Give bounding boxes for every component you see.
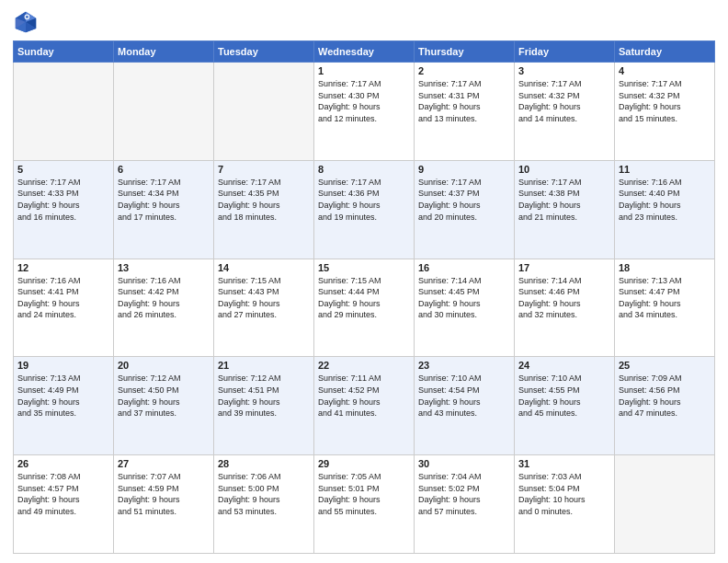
calendar-cell: 2Sunrise: 7:17 AM Sunset: 4:31 PM Daylig… xyxy=(415,63,515,161)
calendar-table: SundayMondayTuesdayWednesdayThursdayFrid… xyxy=(13,40,715,554)
calendar-cell: 15Sunrise: 7:15 AM Sunset: 4:44 PM Dayli… xyxy=(314,259,415,357)
day-info: Sunrise: 7:03 AM Sunset: 5:04 PM Dayligh… xyxy=(518,471,610,517)
day-info: Sunrise: 7:16 AM Sunset: 4:41 PM Dayligh… xyxy=(17,275,109,321)
logo xyxy=(13,9,42,35)
day-info: Sunrise: 7:17 AM Sunset: 4:36 PM Dayligh… xyxy=(318,177,410,223)
weekday-header-tuesday: Tuesday xyxy=(214,41,314,63)
day-info: Sunrise: 7:17 AM Sunset: 4:34 PM Dayligh… xyxy=(118,177,210,223)
calendar-cell: 30Sunrise: 7:04 AM Sunset: 5:02 PM Dayli… xyxy=(415,455,515,554)
calendar-cell: 31Sunrise: 7:03 AM Sunset: 5:04 PM Dayli… xyxy=(515,455,615,554)
day-number: 9 xyxy=(418,164,510,175)
calendar-cell: 14Sunrise: 7:15 AM Sunset: 4:43 PM Dayli… xyxy=(214,259,314,357)
day-number: 18 xyxy=(619,262,711,273)
day-info: Sunrise: 7:17 AM Sunset: 4:32 PM Dayligh… xyxy=(619,78,711,124)
calendar-cell: 27Sunrise: 7:07 AM Sunset: 4:59 PM Dayli… xyxy=(114,455,214,554)
day-number: 23 xyxy=(418,360,510,371)
day-number: 16 xyxy=(418,262,510,273)
day-number: 27 xyxy=(118,458,210,469)
calendar-cell: 22Sunrise: 7:11 AM Sunset: 4:52 PM Dayli… xyxy=(314,357,415,455)
weekday-header-friday: Friday xyxy=(515,41,615,63)
day-info: Sunrise: 7:17 AM Sunset: 4:35 PM Dayligh… xyxy=(218,177,310,223)
calendar-cell: 26Sunrise: 7:08 AM Sunset: 4:57 PM Dayli… xyxy=(14,455,114,554)
svg-point-8 xyxy=(26,16,28,18)
weekday-header-monday: Monday xyxy=(114,41,214,63)
day-info: Sunrise: 7:15 AM Sunset: 4:44 PM Dayligh… xyxy=(318,275,410,321)
day-number: 4 xyxy=(619,65,711,76)
calendar-week-3: 19Sunrise: 7:13 AM Sunset: 4:49 PM Dayli… xyxy=(14,357,715,455)
calendar-cell: 7Sunrise: 7:17 AM Sunset: 4:35 PM Daylig… xyxy=(214,160,314,259)
calendar-cell: 10Sunrise: 7:17 AM Sunset: 4:38 PM Dayli… xyxy=(515,160,615,259)
calendar-week-0: 1Sunrise: 7:17 AM Sunset: 4:30 PM Daylig… xyxy=(14,63,715,161)
day-info: Sunrise: 7:14 AM Sunset: 4:45 PM Dayligh… xyxy=(418,275,510,321)
day-info: Sunrise: 7:13 AM Sunset: 4:47 PM Dayligh… xyxy=(619,275,711,321)
day-number: 25 xyxy=(619,360,711,371)
day-info: Sunrise: 7:10 AM Sunset: 4:55 PM Dayligh… xyxy=(518,373,610,419)
calendar-cell xyxy=(214,63,314,161)
calendar-cell: 1Sunrise: 7:17 AM Sunset: 4:30 PM Daylig… xyxy=(314,63,415,161)
day-info: Sunrise: 7:17 AM Sunset: 4:31 PM Dayligh… xyxy=(418,78,510,124)
day-info: Sunrise: 7:17 AM Sunset: 4:32 PM Dayligh… xyxy=(518,78,610,124)
day-number: 31 xyxy=(518,458,610,469)
calendar-week-1: 5Sunrise: 7:17 AM Sunset: 4:33 PM Daylig… xyxy=(14,160,715,259)
calendar-cell: 11Sunrise: 7:16 AM Sunset: 4:40 PM Dayli… xyxy=(615,160,715,259)
day-number: 21 xyxy=(218,360,310,371)
calendar-week-4: 26Sunrise: 7:08 AM Sunset: 4:57 PM Dayli… xyxy=(14,455,715,554)
day-number: 6 xyxy=(118,164,210,175)
calendar-cell: 23Sunrise: 7:10 AM Sunset: 4:54 PM Dayli… xyxy=(415,357,515,455)
day-number: 10 xyxy=(518,164,610,175)
day-number: 28 xyxy=(218,458,310,469)
calendar-cell: 4Sunrise: 7:17 AM Sunset: 4:32 PM Daylig… xyxy=(615,63,715,161)
calendar-week-2: 12Sunrise: 7:16 AM Sunset: 4:41 PM Dayli… xyxy=(14,259,715,357)
weekday-header-wednesday: Wednesday xyxy=(314,41,415,63)
day-number: 3 xyxy=(518,65,610,76)
day-number: 30 xyxy=(418,458,510,469)
day-info: Sunrise: 7:16 AM Sunset: 4:42 PM Dayligh… xyxy=(118,275,210,321)
calendar-cell: 9Sunrise: 7:17 AM Sunset: 4:37 PM Daylig… xyxy=(415,160,515,259)
day-number: 11 xyxy=(619,164,711,175)
day-info: Sunrise: 7:17 AM Sunset: 4:37 PM Dayligh… xyxy=(418,177,510,223)
calendar-cell: 13Sunrise: 7:16 AM Sunset: 4:42 PM Dayli… xyxy=(114,259,214,357)
calendar-cell: 20Sunrise: 7:12 AM Sunset: 4:50 PM Dayli… xyxy=(114,357,214,455)
day-info: Sunrise: 7:12 AM Sunset: 4:51 PM Dayligh… xyxy=(218,373,310,419)
calendar-cell xyxy=(14,63,114,161)
day-info: Sunrise: 7:06 AM Sunset: 5:00 PM Dayligh… xyxy=(218,471,310,517)
day-number: 12 xyxy=(17,262,109,273)
day-number: 29 xyxy=(318,458,410,469)
calendar-cell: 28Sunrise: 7:06 AM Sunset: 5:00 PM Dayli… xyxy=(214,455,314,554)
day-info: Sunrise: 7:14 AM Sunset: 4:46 PM Dayligh… xyxy=(518,275,610,321)
weekday-header-saturday: Saturday xyxy=(615,41,715,63)
day-info: Sunrise: 7:13 AM Sunset: 4:49 PM Dayligh… xyxy=(17,373,109,419)
calendar-cell: 25Sunrise: 7:09 AM Sunset: 4:56 PM Dayli… xyxy=(615,357,715,455)
calendar-cell: 8Sunrise: 7:17 AM Sunset: 4:36 PM Daylig… xyxy=(314,160,415,259)
calendar-cell: 16Sunrise: 7:14 AM Sunset: 4:45 PM Dayli… xyxy=(415,259,515,357)
calendar-cell: 24Sunrise: 7:10 AM Sunset: 4:55 PM Dayli… xyxy=(515,357,615,455)
day-info: Sunrise: 7:11 AM Sunset: 4:52 PM Dayligh… xyxy=(318,373,410,419)
day-number: 14 xyxy=(218,262,310,273)
logo-icon xyxy=(13,9,39,35)
calendar-cell: 29Sunrise: 7:05 AM Sunset: 5:01 PM Dayli… xyxy=(314,455,415,554)
day-info: Sunrise: 7:04 AM Sunset: 5:02 PM Dayligh… xyxy=(418,471,510,517)
day-info: Sunrise: 7:15 AM Sunset: 4:43 PM Dayligh… xyxy=(218,275,310,321)
page: SundayMondayTuesdayWednesdayThursdayFrid… xyxy=(0,0,728,563)
day-number: 13 xyxy=(118,262,210,273)
calendar-cell xyxy=(114,63,214,161)
day-number: 19 xyxy=(17,360,109,371)
calendar-cell: 6Sunrise: 7:17 AM Sunset: 4:34 PM Daylig… xyxy=(114,160,214,259)
weekday-header-thursday: Thursday xyxy=(415,41,515,63)
day-number: 17 xyxy=(518,262,610,273)
day-info: Sunrise: 7:17 AM Sunset: 4:38 PM Dayligh… xyxy=(518,177,610,223)
calendar-cell: 12Sunrise: 7:16 AM Sunset: 4:41 PM Dayli… xyxy=(14,259,114,357)
calendar-cell: 19Sunrise: 7:13 AM Sunset: 4:49 PM Dayli… xyxy=(14,357,114,455)
day-info: Sunrise: 7:05 AM Sunset: 5:01 PM Dayligh… xyxy=(318,471,410,517)
day-info: Sunrise: 7:07 AM Sunset: 4:59 PM Dayligh… xyxy=(118,471,210,517)
day-number: 2 xyxy=(418,65,510,76)
calendar-cell: 5Sunrise: 7:17 AM Sunset: 4:33 PM Daylig… xyxy=(14,160,114,259)
calendar-cell: 17Sunrise: 7:14 AM Sunset: 4:46 PM Dayli… xyxy=(515,259,615,357)
day-info: Sunrise: 7:17 AM Sunset: 4:33 PM Dayligh… xyxy=(17,177,109,223)
day-info: Sunrise: 7:16 AM Sunset: 4:40 PM Dayligh… xyxy=(619,177,711,223)
day-number: 26 xyxy=(17,458,109,469)
header xyxy=(13,9,715,35)
day-info: Sunrise: 7:08 AM Sunset: 4:57 PM Dayligh… xyxy=(17,471,109,517)
day-number: 20 xyxy=(118,360,210,371)
day-number: 15 xyxy=(318,262,410,273)
